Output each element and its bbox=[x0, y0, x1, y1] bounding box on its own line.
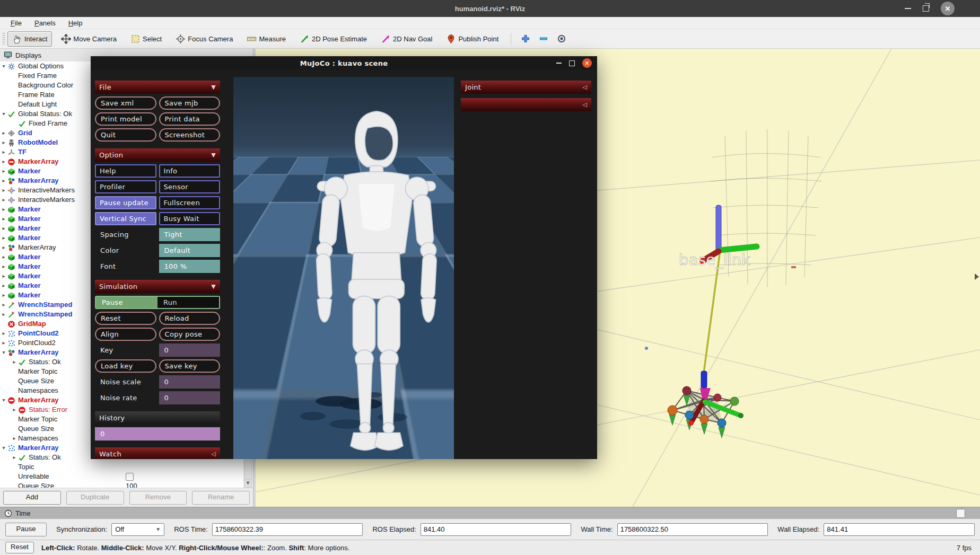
pause-button[interactable]: Pause bbox=[5, 523, 47, 536]
load-key-button[interactable]: Load key bbox=[95, 359, 156, 373]
expander-icon[interactable]: ▸ bbox=[0, 262, 7, 271]
tool-move-camera[interactable]: Move Camera bbox=[56, 31, 121, 47]
tool-measure[interactable]: Measure bbox=[242, 31, 291, 47]
tool-zoom-out[interactable] bbox=[537, 32, 550, 46]
menu-item-file[interactable]: File bbox=[4, 17, 28, 29]
expander-icon[interactable]: ▾ bbox=[0, 61, 7, 71]
close-icon[interactable]: ✕ bbox=[941, 2, 955, 15]
print-data-button[interactable]: Print data bbox=[159, 112, 221, 126]
expander-icon[interactable]: ▸ bbox=[0, 214, 7, 224]
pause-update-toggle[interactable]: Pause update bbox=[95, 196, 156, 209]
scrollbar-down-icon[interactable]: ▼ bbox=[244, 479, 251, 487]
expander-icon[interactable]: ▸ bbox=[0, 310, 7, 319]
expander-icon[interactable]: ▸ bbox=[0, 166, 7, 176]
mujoco-section-unnamed[interactable]: ◁ bbox=[461, 98, 591, 111]
ros-time-input[interactable] bbox=[212, 523, 363, 536]
profiler-toggle[interactable]: Profiler bbox=[95, 180, 156, 193]
quit-button[interactable]: Quit bbox=[95, 128, 156, 142]
mujoco-3d-viewport[interactable] bbox=[233, 77, 454, 459]
toolbar-grip[interactable] bbox=[2, 32, 5, 45]
mujoco-section-watch[interactable]: Watch◁ bbox=[95, 447, 220, 459]
info-toggle[interactable]: Info bbox=[159, 164, 221, 178]
expander-icon[interactable]: ▸ bbox=[0, 138, 7, 147]
add-button[interactable]: Add bbox=[3, 491, 61, 505]
save-key-button[interactable]: Save key bbox=[159, 359, 221, 373]
mujoco-section-file[interactable]: File▼ bbox=[95, 81, 220, 94]
spacing-select[interactable]: Tight bbox=[159, 228, 221, 241]
sensor-toggle[interactable]: Sensor bbox=[159, 180, 221, 193]
expander-icon[interactable]: ▾ bbox=[0, 395, 7, 405]
help-toggle[interactable]: Help bbox=[95, 164, 156, 178]
history-selected-row[interactable]: 0 bbox=[95, 427, 220, 441]
key-value[interactable]: 0 bbox=[159, 343, 221, 357]
copy-pose-button[interactable]: Copy pose bbox=[159, 328, 221, 341]
align-button[interactable]: Align bbox=[95, 328, 156, 341]
expander-icon[interactable]: ▸ bbox=[0, 224, 7, 233]
expander-icon[interactable]: ▸ bbox=[0, 157, 7, 166]
expander-icon[interactable]: ▸ bbox=[0, 271, 7, 281]
expander-icon[interactable]: ▾ bbox=[0, 443, 7, 453]
tree-row-unreliable[interactable]: Unreliable bbox=[0, 472, 243, 481]
tool-focus-camera[interactable]: Focus Camera bbox=[171, 31, 238, 47]
tree-value[interactable]: 100 bbox=[126, 481, 137, 488]
mujoco-section-simulation[interactable]: Simulation▼ bbox=[95, 280, 220, 293]
expander-icon[interactable]: ▸ bbox=[11, 405, 18, 415]
expander-icon[interactable]: ▸ bbox=[0, 186, 7, 195]
tool-publish-point[interactable]: Publish Point bbox=[441, 31, 503, 47]
noise-rate-value[interactable]: 0 bbox=[159, 391, 221, 404]
ros-elapsed-input[interactable] bbox=[421, 523, 572, 536]
mujoco-section-history[interactable]: History bbox=[95, 411, 220, 425]
time-panel-header[interactable]: Time bbox=[0, 507, 980, 519]
tree-row-topic[interactable]: Topic bbox=[0, 462, 243, 472]
tool-interact[interactable]: Interact bbox=[7, 31, 52, 47]
panel-collapse-arrow-icon[interactable] bbox=[975, 274, 979, 280]
restore-icon[interactable] bbox=[923, 5, 929, 12]
screenshot-button[interactable]: Screenshot bbox=[159, 128, 221, 142]
expander-icon[interactable]: ▾ bbox=[0, 109, 7, 119]
print-model-button[interactable]: Print model bbox=[95, 112, 156, 126]
tree-row-queue-size[interactable]: Queue Size100 bbox=[0, 481, 243, 488]
wall-elapsed-input[interactable] bbox=[824, 523, 975, 536]
unreliable-checkbox[interactable] bbox=[126, 473, 134, 481]
color-select[interactable]: Default bbox=[159, 244, 221, 257]
expander-icon[interactable]: ▸ bbox=[0, 290, 7, 300]
app-titlebar[interactable]: humanoid.rviz* - RViz ✕ bbox=[0, 0, 980, 17]
menu-item-help[interactable]: Help bbox=[62, 17, 89, 29]
expander-icon[interactable]: ▸ bbox=[0, 338, 7, 348]
minimize-icon[interactable] bbox=[905, 8, 911, 9]
expander-icon[interactable]: ▾ bbox=[0, 348, 7, 357]
expander-icon[interactable]: ▸ bbox=[0, 233, 7, 243]
reset-button[interactable]: Reset bbox=[5, 542, 34, 553]
wall-time-input[interactable] bbox=[617, 523, 768, 536]
reset-button[interactable]: Reset bbox=[95, 312, 156, 325]
expander-icon[interactable]: ▸ bbox=[0, 252, 7, 262]
expander-icon[interactable]: ▸ bbox=[11, 453, 18, 462]
noise-scale-value[interactable]: 0 bbox=[159, 375, 221, 389]
tool-zoom-in[interactable] bbox=[519, 32, 532, 46]
run-radio[interactable]: Run bbox=[158, 297, 219, 308]
tool-2d-nav-goal[interactable]: 2D Nav Goal bbox=[376, 31, 437, 47]
expander-icon[interactable]: ▸ bbox=[0, 205, 7, 214]
save-mjb-button[interactable]: Save mjb bbox=[159, 96, 221, 110]
rename-button[interactable]: Rename bbox=[192, 491, 250, 505]
expander-icon[interactable]: ▸ bbox=[11, 357, 18, 367]
vertical-sync-toggle[interactable]: Vertical Sync bbox=[95, 212, 156, 225]
expander-icon[interactable]: ▸ bbox=[0, 281, 7, 290]
expander-icon[interactable]: ▸ bbox=[0, 147, 7, 157]
time-panel-float-button[interactable] bbox=[956, 509, 965, 518]
expander-icon[interactable]: ▸ bbox=[0, 195, 7, 205]
fullscreen-toggle[interactable]: Fullscreen bbox=[159, 196, 221, 209]
font-select[interactable]: 100 % bbox=[159, 260, 221, 273]
expander-icon[interactable]: ▸ bbox=[0, 243, 7, 252]
sync-dropdown[interactable]: Off ▼ bbox=[111, 523, 164, 536]
expander-icon[interactable]: ▸ bbox=[11, 434, 18, 443]
pause-radio[interactable]: Pause bbox=[96, 297, 158, 308]
duplicate-button[interactable]: Duplicate bbox=[66, 491, 124, 505]
tool-2d-pose-estimate[interactable]: 2D Pose Estimate bbox=[295, 31, 372, 47]
expander-icon[interactable]: ▸ bbox=[0, 300, 7, 310]
expander-icon[interactable]: ▸ bbox=[0, 329, 7, 338]
busy-wait-toggle[interactable]: Busy Wait bbox=[159, 212, 221, 225]
tool-select[interactable]: Select bbox=[126, 31, 167, 47]
menu-item-panels[interactable]: Panels bbox=[28, 17, 62, 29]
save-xml-button[interactable]: Save xml bbox=[95, 96, 156, 110]
